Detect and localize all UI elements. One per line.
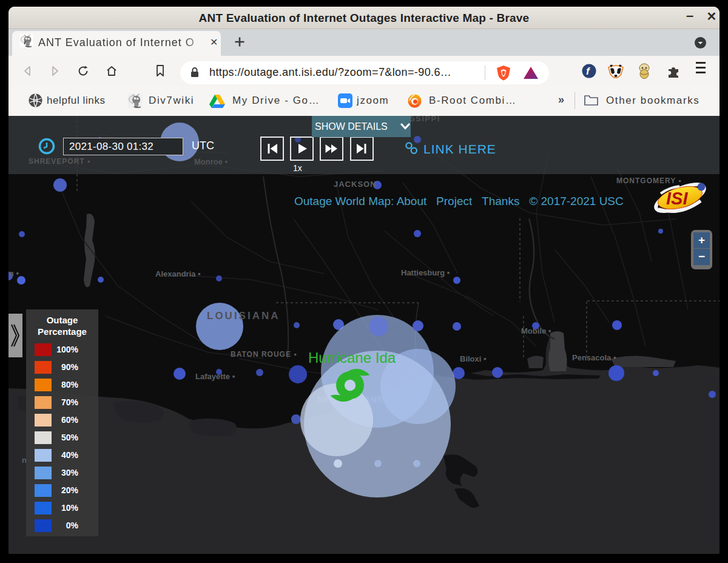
svg-text:Pensacola ▪: Pensacola ▪ [572,353,616,362]
svg-text:Hurricane Ida: Hurricane Ida [308,349,396,366]
svg-text:kin ▪: kin ▪ [8,269,19,278]
svg-text:ISI: ISI [666,189,688,208]
svg-text:Biloxi ▪: Biloxi ▪ [460,354,487,363]
svg-text:Lafayette ▪: Lafayette ▪ [195,372,235,381]
svg-text:LOUISIANA: LOUISIANA [207,310,280,322]
svg-text:Mobile ▪: Mobile ▪ [521,326,551,335]
svg-text:Hattiesburg ▪: Hattiesburg ▪ [401,268,450,277]
svg-text:Alexandria ▪: Alexandria ▪ [155,269,201,278]
svg-text:BATON ROUGE ▪: BATON ROUGE ▪ [231,350,297,359]
svg-text:JACKSON: JACKSON [334,180,377,189]
